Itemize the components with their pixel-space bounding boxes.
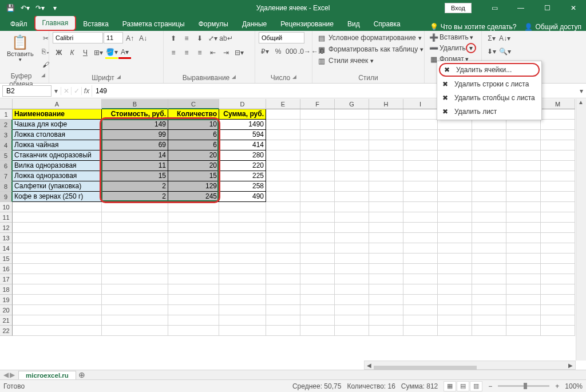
- cell[interactable]: [300, 315, 335, 326]
- row-header[interactable]: 20: [0, 305, 13, 315]
- cell[interactable]: 69: [102, 140, 168, 151]
- cell[interactable]: [541, 181, 575, 192]
- cell[interactable]: [266, 120, 300, 130]
- cell[interactable]: [369, 295, 403, 305]
- cell[interactable]: [13, 202, 102, 212]
- ribbon-options-icon[interactable]: ▭: [482, 0, 507, 16]
- scroll-right-icon[interactable]: ▶: [566, 362, 575, 369]
- cell[interactable]: [506, 171, 541, 181]
- minimize-icon[interactable]: —: [508, 0, 533, 16]
- cell[interactable]: [472, 212, 506, 223]
- cell[interactable]: [369, 171, 403, 181]
- cell[interactable]: Вилка одноразовая: [13, 161, 102, 171]
- cell[interactable]: [13, 243, 102, 254]
- cell[interactable]: [102, 284, 168, 295]
- cell[interactable]: [266, 192, 300, 202]
- row-header[interactable]: 22: [0, 326, 13, 336]
- cell[interactable]: [300, 326, 335, 336]
- cell[interactable]: [369, 305, 403, 315]
- cell[interactable]: [438, 130, 472, 140]
- row-header[interactable]: 3: [0, 130, 13, 140]
- redo-icon[interactable]: ↷▾: [33, 1, 47, 15]
- font-name-select[interactable]: [53, 32, 103, 43]
- cell[interactable]: [266, 171, 300, 181]
- cell[interactable]: [472, 295, 506, 305]
- row-header[interactable]: 14: [0, 243, 13, 254]
- cell[interactable]: [219, 202, 266, 212]
- cell[interactable]: [335, 192, 369, 202]
- cell[interactable]: [472, 233, 506, 243]
- row-header[interactable]: 12: [0, 223, 13, 233]
- find-icon[interactable]: 🔍▾: [498, 45, 511, 58]
- cell[interactable]: [403, 326, 438, 336]
- cell[interactable]: [300, 192, 335, 202]
- row-header[interactable]: 21: [0, 315, 13, 326]
- cell[interactable]: [506, 202, 541, 212]
- cell[interactable]: [168, 326, 219, 336]
- formula-enter-icon[interactable]: ✓: [71, 87, 81, 95]
- cell[interactable]: [266, 130, 300, 140]
- select-all-corner[interactable]: [0, 99, 13, 109]
- align-center-icon[interactable]: ≡: [180, 46, 193, 59]
- align-right-icon[interactable]: ≡: [193, 46, 206, 59]
- cell[interactable]: [335, 223, 369, 233]
- cell[interactable]: [472, 151, 506, 161]
- cell[interactable]: [102, 243, 168, 254]
- cell[interactable]: [266, 151, 300, 161]
- cell[interactable]: [403, 181, 438, 192]
- cell[interactable]: [335, 254, 369, 264]
- cell[interactable]: [472, 192, 506, 202]
- cell[interactable]: [403, 284, 438, 295]
- fill-color-icon[interactable]: 🪣▾: [105, 46, 118, 59]
- cell[interactable]: Стоимость, руб.: [102, 109, 168, 120]
- cell[interactable]: [300, 151, 335, 161]
- cell[interactable]: 20: [168, 151, 219, 161]
- cell[interactable]: [438, 264, 472, 274]
- cell[interactable]: [541, 151, 575, 161]
- cell[interactable]: [335, 305, 369, 315]
- cell[interactable]: 258: [219, 181, 266, 192]
- cell[interactable]: [369, 140, 403, 151]
- dialog-launcher-icon[interactable]: ◢: [232, 74, 236, 82]
- fill-icon[interactable]: ⬇▾: [485, 45, 498, 58]
- cell[interactable]: [403, 223, 438, 233]
- cell[interactable]: [438, 326, 472, 336]
- cell[interactable]: [335, 243, 369, 254]
- cell[interactable]: [168, 243, 219, 254]
- cell[interactable]: Кофе в зернах (250 г): [13, 192, 102, 202]
- decrease-indent-icon[interactable]: ⇤: [207, 46, 219, 59]
- cell[interactable]: [403, 161, 438, 171]
- cell[interactable]: [541, 140, 575, 151]
- comma-icon[interactable]: 000: [285, 45, 298, 58]
- close-icon[interactable]: ✕: [561, 0, 586, 16]
- cell[interactable]: [219, 264, 266, 274]
- cell[interactable]: [369, 254, 403, 264]
- cell[interactable]: [403, 151, 438, 161]
- cell[interactable]: 15: [102, 171, 168, 181]
- cell[interactable]: 10: [168, 120, 219, 130]
- cell[interactable]: [266, 326, 300, 336]
- cell[interactable]: [168, 274, 219, 284]
- cell[interactable]: 149: [102, 120, 168, 130]
- orientation-icon[interactable]: ⤢▾: [207, 32, 219, 45]
- insert-cells-button[interactable]: ➕Вставить ▾: [428, 32, 474, 42]
- cell[interactable]: [13, 212, 102, 223]
- cell[interactable]: [403, 264, 438, 274]
- cell[interactable]: [541, 274, 575, 284]
- cell[interactable]: [541, 109, 575, 120]
- cell[interactable]: [541, 284, 575, 295]
- column-header[interactable]: A: [13, 99, 102, 109]
- cell[interactable]: [13, 326, 102, 336]
- cell[interactable]: [506, 151, 541, 161]
- page-break-view-icon[interactable]: ▥: [470, 381, 482, 391]
- cell[interactable]: [541, 254, 575, 264]
- italic-button[interactable]: К: [66, 46, 78, 59]
- cell[interactable]: [541, 130, 575, 140]
- cell[interactable]: [472, 274, 506, 284]
- cell[interactable]: [506, 212, 541, 223]
- cell[interactable]: [403, 120, 438, 130]
- cell[interactable]: 220: [219, 161, 266, 171]
- name-box[interactable]: B2: [2, 85, 52, 97]
- cell[interactable]: [403, 140, 438, 151]
- cell-styles-button[interactable]: ▥Стили ячеек ▾: [316, 55, 375, 66]
